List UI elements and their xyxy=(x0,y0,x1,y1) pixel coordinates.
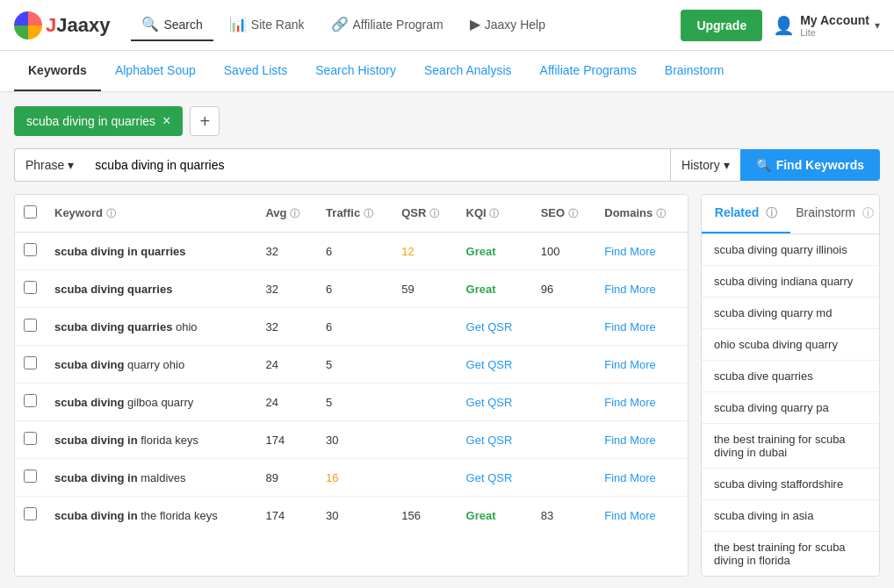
find-more-link[interactable]: Find More xyxy=(604,358,656,371)
site-rank-icon: 📊 xyxy=(229,16,247,32)
find-keywords-button[interactable]: 🔍 Find Keywords xyxy=(740,149,880,181)
domains-info-icon[interactable]: ⓘ xyxy=(656,208,666,219)
help-icon: ▶ xyxy=(470,16,480,32)
tab-keywords[interactable]: Keywords xyxy=(14,51,101,91)
sidebar-related-item[interactable]: scuba diving staffordshire xyxy=(702,469,879,500)
row-checkbox[interactable] xyxy=(24,432,37,445)
qsr-info-icon[interactable]: ⓘ xyxy=(429,208,439,219)
domains-cell[interactable]: Find More xyxy=(595,384,688,421)
find-more-link[interactable]: Find More xyxy=(604,245,656,258)
kqi-cell[interactable]: Get QSR xyxy=(458,346,532,384)
domains-cell[interactable]: Find More xyxy=(595,233,688,270)
select-all-header[interactable] xyxy=(15,195,46,233)
qsr-cell xyxy=(393,421,457,459)
sidebar-related-item[interactable]: the best training for scuba diving in fl… xyxy=(702,532,879,576)
sidebar-related-item[interactable]: scuba diving quarry md xyxy=(702,298,879,329)
phrase-dropdown[interactable]: Phrase ▾ xyxy=(14,148,84,182)
domains-cell[interactable]: Find More xyxy=(595,497,688,534)
find-more-link[interactable]: Find More xyxy=(604,434,656,447)
sidebar-related-item[interactable]: scuba diving indiana quarry xyxy=(702,266,879,298)
seo-info-icon[interactable]: ⓘ xyxy=(568,208,578,219)
seo-col-header: SEO ⓘ xyxy=(532,195,596,233)
tab-search-analysis[interactable]: Search Analysis xyxy=(410,51,526,91)
sidebar-related-item[interactable]: scuba diving quarry illinois xyxy=(702,234,879,266)
sidebar-related-item[interactable]: the best training for scuba diving in du… xyxy=(702,424,879,469)
kqi-cell[interactable]: Get QSR xyxy=(458,308,532,346)
keyword-cell: scuba diving in maldives xyxy=(46,459,256,497)
table-row: scuba diving quarries ohio326Get QSRFind… xyxy=(15,308,688,346)
row-checkbox[interactable] xyxy=(24,356,37,369)
qsr-cell xyxy=(393,346,457,384)
chevron-down-icon: ▾ xyxy=(875,19,880,32)
search-row: Phrase ▾ History ▾ 🔍 Find Keywords xyxy=(14,148,880,182)
history-label: History xyxy=(681,158,720,172)
avg-info-icon[interactable]: ⓘ xyxy=(290,208,299,219)
sidebar-tabs: Related ⓘ Brainstorm ⓘ xyxy=(702,195,879,234)
brainstorm-info-icon[interactable]: ⓘ xyxy=(862,206,874,219)
kqi-cell[interactable]: Get QSR xyxy=(458,459,532,497)
tab-affiliate-programs[interactable]: Affiliate Programs xyxy=(526,51,651,91)
sidebar-related-item[interactable]: scuba diving in asia xyxy=(702,500,879,532)
domains-col-header: Domains ⓘ xyxy=(595,195,688,233)
nav-affiliate-program[interactable]: 🔗 Affiliate Program xyxy=(321,9,454,41)
logo: JJaaxy xyxy=(14,11,110,39)
history-dropdown[interactable]: History ▾ xyxy=(670,148,740,182)
kqi-cell[interactable]: Get QSR xyxy=(458,384,532,421)
qsr-cell xyxy=(393,308,457,346)
kqi-info-icon[interactable]: ⓘ xyxy=(489,208,499,219)
related-sidebar: Related ⓘ Brainstorm ⓘ scuba diving quar… xyxy=(701,194,880,577)
domains-cell[interactable]: Find More xyxy=(595,308,688,346)
domains-cell[interactable]: Find More xyxy=(595,346,688,384)
find-more-link[interactable]: Find More xyxy=(604,320,656,333)
account-area[interactable]: 👤 My Account Lite ▾ xyxy=(773,13,880,38)
row-checkbox[interactable] xyxy=(24,319,37,332)
row-checkbox[interactable] xyxy=(24,243,37,256)
domains-cell[interactable]: Find More xyxy=(595,459,688,497)
chip-row: scuba diving in quarries × + xyxy=(14,106,880,136)
find-more-link[interactable]: Find More xyxy=(604,509,656,522)
find-more-link[interactable]: Find More xyxy=(604,283,656,296)
sidebar-tab-related[interactable]: Related ⓘ xyxy=(702,195,790,233)
history-chevron-icon: ▾ xyxy=(724,158,730,172)
domains-cell[interactable]: Find More xyxy=(595,421,688,459)
tab-alphabet-soup[interactable]: Alphabet Soup xyxy=(101,51,210,91)
sidebar-related-item[interactable]: scuba dive quarries xyxy=(702,361,879,392)
keyword-info-icon[interactable]: ⓘ xyxy=(106,208,116,219)
chip-close-button[interactable]: × xyxy=(162,113,170,129)
traffic-cell: 6 xyxy=(317,270,393,308)
row-checkbox[interactable] xyxy=(24,281,37,294)
keyword-cell: scuba diving in quarries xyxy=(46,233,256,270)
chip-add-button[interactable]: + xyxy=(190,106,220,136)
tab-search-history[interactable]: Search History xyxy=(301,51,410,91)
keyword-search-input[interactable] xyxy=(84,148,670,182)
row-checkbox[interactable] xyxy=(24,470,37,483)
select-all-checkbox[interactable] xyxy=(24,205,37,219)
sidebar-related-item[interactable]: ohio scuba diving quarry xyxy=(702,329,879,361)
nav-site-rank[interactable]: 📊 Site Rank xyxy=(219,9,315,41)
content-area: Keyword ⓘ Avg ⓘ Traffic ⓘ QSR xyxy=(14,194,880,577)
find-more-link[interactable]: Find More xyxy=(604,396,656,409)
sidebar-related-item[interactable]: scuba diving quarry pa xyxy=(702,392,879,424)
logo-text: JJaaxy xyxy=(46,14,110,37)
nav-search[interactable]: 🔍 Search xyxy=(131,9,213,41)
traffic-info-icon[interactable]: ⓘ xyxy=(364,208,373,219)
qsr-cell: 156 xyxy=(393,497,457,534)
row-checkbox[interactable] xyxy=(24,507,37,520)
nav-jaaxy-help[interactable]: ▶ Jaaxy Help xyxy=(459,9,556,41)
table-row: scuba diving in maldives8916Get QSRFind … xyxy=(15,459,688,497)
find-more-link[interactable]: Find More xyxy=(604,471,656,484)
table-row: scuba diving in florida keys17430Get QSR… xyxy=(15,421,688,459)
tab-saved-lists[interactable]: Saved Lists xyxy=(210,51,301,91)
domains-cell[interactable]: Find More xyxy=(595,270,688,308)
upgrade-button[interactable]: Upgrade xyxy=(681,10,762,41)
related-info-icon[interactable]: ⓘ xyxy=(766,206,777,219)
kqi-cell[interactable]: Get QSR xyxy=(458,421,532,459)
sidebar-tab-brainstorm[interactable]: Brainstorm ⓘ xyxy=(790,195,879,233)
keywords-table: Keyword ⓘ Avg ⓘ Traffic ⓘ QSR xyxy=(14,194,689,577)
keyword-cell: scuba diving in florida keys xyxy=(46,421,256,459)
seo-cell: 100 xyxy=(532,233,596,270)
qsr-cell xyxy=(393,459,457,497)
row-checkbox[interactable] xyxy=(24,394,37,407)
tab-brainstorm[interactable]: Brainstorm xyxy=(651,51,739,91)
kqi-cell: Great xyxy=(458,270,532,308)
